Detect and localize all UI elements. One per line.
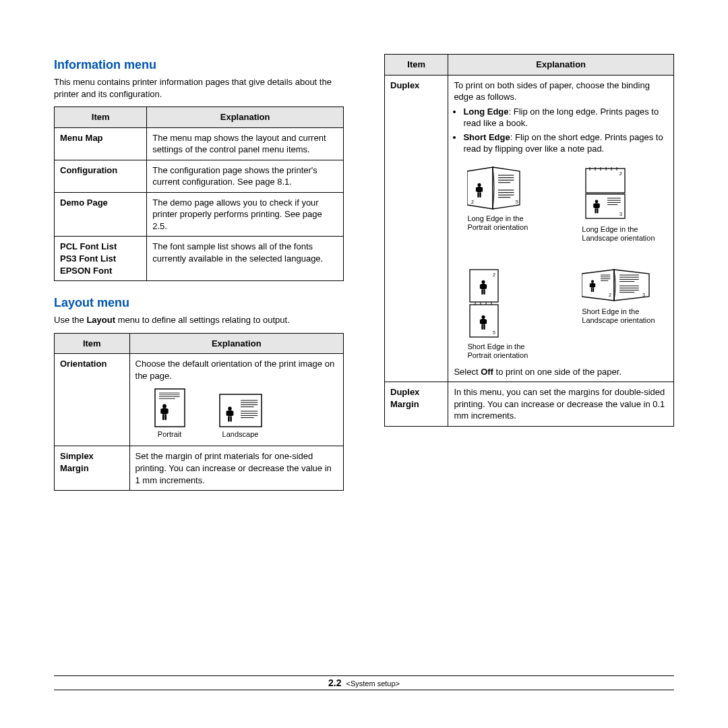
table-layout: Item Explanation Orientation Choose the … [54, 333, 344, 491]
cap-se-l-1: Short Edge in the [582, 307, 639, 315]
th-explanation: Explanation [448, 55, 674, 75]
table-row: Duplex To print on both sides of paper, … [385, 75, 674, 382]
cell-exp: The font sample list shows all of the fo… [147, 237, 344, 281]
svg-text:5: 5 [493, 330, 495, 335]
page-footer: 2.2 <System setup> [54, 675, 674, 690]
left-column: Information menu This menu contains prin… [54, 54, 344, 506]
cap-le-p-2: Portrait orientation [467, 223, 528, 231]
table-row: Menu Map The menu map shows the layout a… [55, 127, 344, 160]
cell-exp: In this menu, you can set the margins fo… [448, 382, 674, 427]
right-column: Item Explanation Duplex To print on both… [384, 54, 674, 506]
table-duplex: Item Explanation Duplex To print on both… [384, 54, 674, 427]
cell-exp: Choose the default orientation of the pr… [129, 354, 343, 446]
table-row: PCL Font List PS3 Font List EPSON Font T… [55, 237, 344, 281]
heading-layout-menu: Layout menu [54, 296, 344, 310]
cell-exp-duplex: To print on both sides of paper, choose … [448, 75, 674, 382]
section-label: <System setup> [346, 679, 400, 688]
cap-le-l-2: Landscape orientation [582, 234, 655, 242]
cell-exp: The configuration page shows the printer… [147, 160, 344, 192]
cell-item: PCL Font List PS3 Font List EPSON Font [55, 237, 147, 281]
th-explanation: Explanation [147, 107, 344, 128]
th-item: Item [55, 333, 130, 354]
duplex-diagrams: 25 Long Edge in the Portrait orientation [467, 164, 668, 361]
svg-text:3: 3 [642, 293, 645, 297]
cell-item: Demo Page [55, 192, 147, 237]
svg-text:2: 2 [619, 171, 622, 176]
heading-information-menu: Information menu [54, 58, 344, 72]
table-row: Configuration The configuration page sho… [55, 160, 344, 192]
table-row: Orientation Choose the default orientati… [55, 354, 344, 446]
table-row: Duplex Margin In this menu, you can set … [385, 382, 674, 427]
table-information: Item Explanation Menu Map The menu map s… [54, 107, 344, 281]
cell-item: Configuration [55, 160, 147, 192]
shortedge-portrait-icon: 2 5 [467, 267, 502, 340]
cap-le-l-1: Long Edge in the [582, 225, 638, 233]
cell-exp: The demo page allows you to check if you… [147, 192, 344, 237]
th-item: Item [385, 55, 448, 75]
page-columns: Information menu This menu contains prin… [54, 54, 674, 506]
landscape-icon [219, 394, 262, 427]
fontlist-2: PS3 Font List [60, 253, 116, 264]
cell-item: Duplex Margin [385, 382, 448, 427]
portrait-icon [154, 388, 185, 427]
table-row: Simplex Margin Set the margin of print m… [55, 446, 344, 491]
page-number: 2.2 [328, 677, 341, 688]
cell-item: Simplex Margin [55, 446, 130, 491]
cell-exp: The menu map shows the layout and curren… [147, 127, 344, 160]
svg-rect-11 [220, 394, 262, 427]
duplex-off-note: Select Off to print on one side of the p… [454, 366, 668, 378]
cell-item: Menu Map [55, 127, 147, 160]
cell-exp: Set the margin of print materials for on… [129, 446, 343, 491]
fontlist-3: EPSON Font [60, 266, 112, 276]
svg-text:5: 5 [516, 200, 518, 204]
orientation-text: Choose the default orientation of the pr… [135, 359, 335, 381]
caption-landscape: Landscape [219, 430, 262, 439]
intro-information: This menu contains printer information p… [54, 76, 344, 100]
table-row: Demo Page The demo page allows you to ch… [55, 192, 344, 237]
cap-le-p-1: Long Edge in the [467, 214, 523, 222]
cap-se-l-2: Landscape orientation [582, 316, 655, 324]
th-explanation: Explanation [129, 333, 343, 354]
cell-item-duplex: Duplex [385, 75, 448, 382]
orientation-icons: Portrait Landscape [154, 388, 338, 439]
cap-se-p-2: Portrait orientation [467, 351, 528, 359]
svg-text:2: 2 [609, 293, 611, 297]
svg-text:3: 3 [619, 212, 622, 216]
cell-item: Orientation [55, 354, 130, 446]
th-item: Item [55, 107, 147, 128]
fontlist-1: PCL Font List [60, 241, 117, 251]
shortedge-landscape-icon: 23 [582, 267, 652, 305]
caption-portrait: Portrait [154, 430, 185, 439]
intro-layout: Use the Layout menu to define all settin… [54, 314, 344, 326]
svg-text:2: 2 [471, 200, 474, 204]
cap-se-p-1: Short Edge in the [467, 342, 524, 351]
svg-text:2: 2 [493, 272, 495, 277]
longedge-portrait-icon: 25 [467, 164, 524, 212]
longedge-landscape-icon: 2 3 [582, 164, 630, 222]
